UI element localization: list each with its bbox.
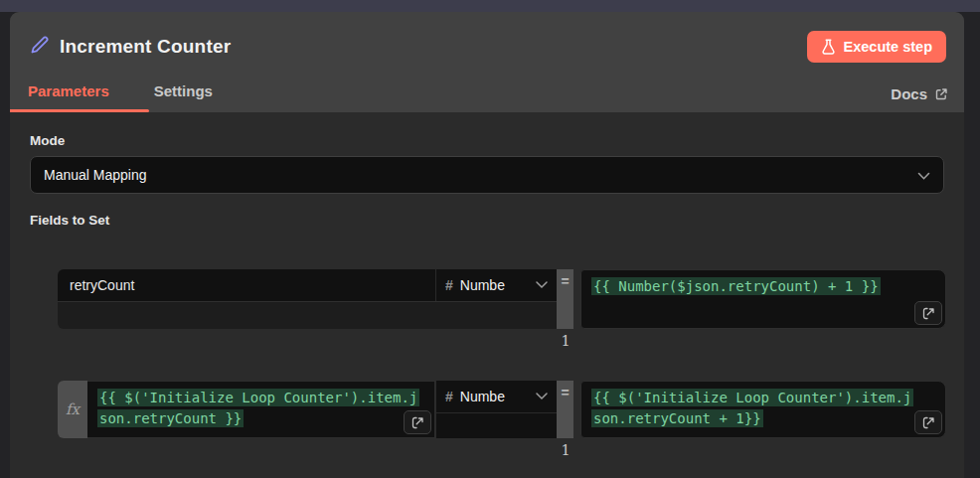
parameters-panel: Mode Manual Mapping Fields to Set # Numb… xyxy=(10,112,964,478)
field-row-2: fx {{ $('Initialize Loop Counter').item.… xyxy=(58,381,946,438)
mode-label: Mode xyxy=(30,133,65,148)
expand-expression-icon[interactable] xyxy=(404,410,431,434)
chevron-down-icon xyxy=(536,393,548,400)
field-1-name-cell-extension xyxy=(58,301,557,329)
field-row-1: # Number = {{ Number($json.retryCount) +… xyxy=(58,269,946,329)
edit-pencil-icon[interactable] xyxy=(28,33,52,57)
expand-expression-icon[interactable] xyxy=(914,410,942,434)
chevron-down-icon xyxy=(536,281,548,289)
field-1-value-expression-editor[interactable]: {{ Number($json.retryCount) + 1 }} xyxy=(580,269,946,329)
fields-to-set-label: Fields to Set xyxy=(30,213,109,228)
workflow-canvas-top-edge xyxy=(0,0,980,12)
field-2-name-expression-editor[interactable]: {{ $('Initialize Loop Counter').item.j s… xyxy=(87,381,435,438)
mode-selected-value: Manual Mapping xyxy=(44,157,147,193)
expand-expression-icon[interactable] xyxy=(914,301,942,325)
tab-bar: Parameters Settings xyxy=(28,82,213,99)
fx-expression-badge[interactable]: fx xyxy=(58,381,87,438)
field-1-type-value: Number xyxy=(460,277,505,293)
field-1-equals-handle[interactable]: = xyxy=(557,269,573,329)
field-1-name-cell: # Number xyxy=(58,269,557,329)
field-2-type-value: Number xyxy=(460,389,505,404)
expression-code: {{ $('Initialize Loop Counter').item.j xyxy=(97,389,419,406)
docs-label: Docs xyxy=(891,85,927,102)
field-2-type-cell-extension xyxy=(435,412,557,438)
execute-step-button[interactable]: Execute step xyxy=(807,31,946,63)
expression-code: {{ Number($json.retryCount) + 1 }} xyxy=(591,277,881,295)
expression-code: son.retryCount + 1}} xyxy=(591,409,763,427)
expression-code: son.retryCount }} xyxy=(97,409,244,427)
execute-step-label: Execute step xyxy=(844,39,932,55)
external-link-icon xyxy=(934,87,948,101)
field-2-type-select[interactable]: # Number xyxy=(435,381,557,412)
tab-parameters[interactable]: Parameters xyxy=(28,82,109,99)
expression-code: {{ $('Initialize Loop Counter').item.j xyxy=(591,389,913,406)
node-title: Increment Counter xyxy=(60,36,231,58)
field-1-type-select[interactable]: # Number xyxy=(435,269,557,301)
node-detail-panel: Increment Counter Execute step Parameter… xyxy=(10,12,964,478)
mode-select[interactable]: Manual Mapping xyxy=(30,156,944,194)
tab-settings[interactable]: Settings xyxy=(154,82,213,99)
number-type-icon: # xyxy=(445,389,453,404)
field-2-type-cell: # Number xyxy=(435,381,557,438)
field-1-item-count: 1 xyxy=(557,333,574,349)
number-type-icon: # xyxy=(445,277,453,293)
flask-icon xyxy=(821,39,836,55)
field-2-value-expression-editor[interactable]: {{ $('Initialize Loop Counter').item.j s… xyxy=(580,381,946,438)
docs-link[interactable]: Docs xyxy=(891,85,948,102)
field-1-name-input[interactable] xyxy=(58,269,435,301)
node-header: Increment Counter Execute step Parameter… xyxy=(10,12,964,112)
chevron-down-icon xyxy=(917,172,930,181)
field-2-equals-handle[interactable]: = xyxy=(557,381,573,438)
field-2-item-count: 1 xyxy=(557,442,574,458)
